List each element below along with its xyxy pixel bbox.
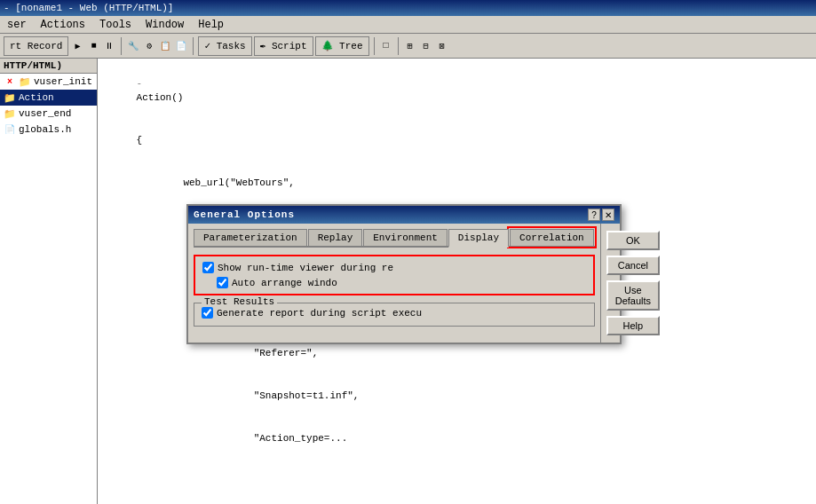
generate-report-row: Generate report during script execu [202,307,587,319]
show-runtime-row: Show run-time viewer during re [202,262,586,273]
test-results-label: Test Results [202,296,277,307]
dialog-titlebar: General Options ? ✕ [188,206,620,224]
dialog-close-btn[interactable]: ✕ [602,209,614,221]
test-results-group: Test Results Generate report during scri… [194,303,595,327]
tab-environment[interactable]: Environment [363,229,448,246]
show-runtime-label: Show run-time viewer during re [218,263,393,273]
cancel-button[interactable]: Cancel [606,256,660,275]
tab-replay[interactable]: Replay [308,229,363,246]
dialog-left: Parameterization Replay Environment Disp… [188,224,600,343]
tab-correlation[interactable]: Correlation [510,229,594,246]
show-runtime-checkbox[interactable] [202,262,214,273]
use-defaults-button[interactable]: Use Defaults [606,280,660,311]
dialog-title: General Options [194,209,295,220]
dialog-overlay: General Options ? ✕ Parameterization Rep… [0,0,816,504]
tabs-bar: Parameterization Replay Environment Disp… [194,229,595,248]
general-options-dialog: General Options ? ✕ Parameterization Rep… [186,204,622,344]
generate-report-label: Generate report during script execu [217,308,422,319]
auto-arrange-row: Auto arrange windo [202,277,586,288]
generate-report-checkbox[interactable] [202,307,213,319]
dialog-help-btn[interactable]: ? [588,209,600,221]
dialog-right: OK Cancel Use Defaults Help [600,224,665,343]
ok-button[interactable]: OK [606,231,660,250]
auto-arrange-label: Auto arrange windo [232,278,337,288]
auto-arrange-checkbox[interactable] [217,277,228,288]
help-button[interactable]: Help [606,316,660,335]
dialog-content: Parameterization Replay Environment Disp… [188,224,620,343]
tab-display[interactable]: Display [448,229,509,248]
tab-parameterization[interactable]: Parameterization [194,229,307,246]
dialog-titlebar-buttons: ? ✕ [588,209,614,221]
runtime-viewer-group: Show run-time viewer during re Auto arra… [194,255,595,295]
